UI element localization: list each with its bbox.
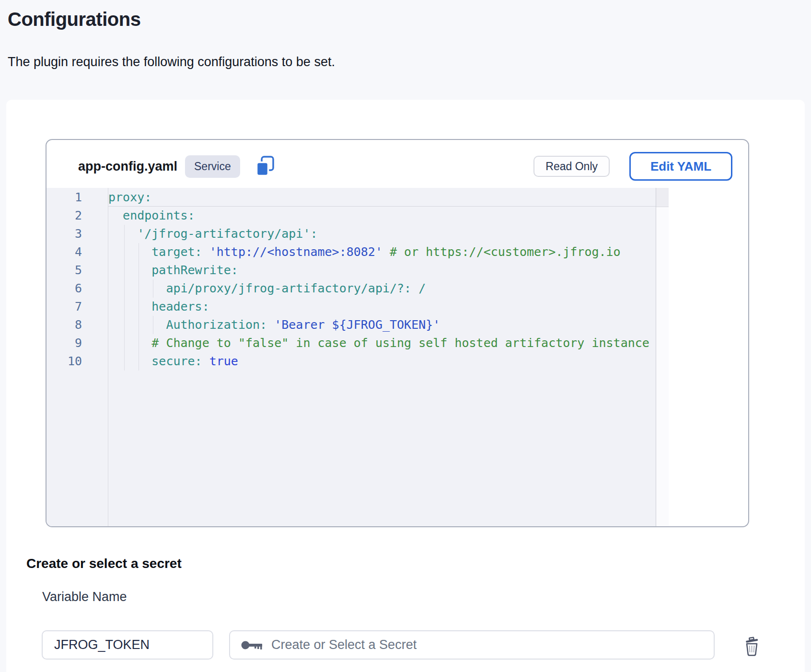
indent-guide xyxy=(153,279,153,298)
code-line-text: api/proxy/jfrog-artifactory/api/?: / xyxy=(108,279,656,298)
indent-guide xyxy=(139,334,139,352)
trash-icon xyxy=(742,636,761,657)
indent-guide xyxy=(139,261,139,279)
line-number: 6 xyxy=(46,279,108,298)
code-lines: 1proxy:2 endpoints:3 '/jfrog-artifactory… xyxy=(46,188,656,371)
file-name: app-config.yaml xyxy=(78,159,177,174)
line-number: 9 xyxy=(46,334,108,352)
code-line-text: pathRewrite: xyxy=(108,261,656,279)
secret-select-placeholder: Create or Select a Secret xyxy=(271,637,417,652)
indent-guide xyxy=(139,298,139,316)
indent-guide xyxy=(124,243,125,261)
code-line-text: proxy: xyxy=(108,188,656,207)
code-line: 5 pathRewrite: xyxy=(46,261,656,279)
service-badge: Service xyxy=(185,155,240,178)
indent-guide xyxy=(124,225,125,243)
code-line-text: target: 'http://<hostname>:8082' # or ht… xyxy=(108,243,656,261)
edit-yaml-button[interactable]: Edit YAML xyxy=(629,152,732,181)
code-line-text: headers: xyxy=(108,298,656,316)
editor-scrollbar-corner xyxy=(656,188,669,207)
secret-select-input[interactable]: Create or Select a Secret xyxy=(229,630,715,660)
line-number: 4 xyxy=(46,243,108,261)
indent-guide xyxy=(124,334,125,352)
indent-guide xyxy=(139,279,139,298)
variable-name-input[interactable] xyxy=(42,630,213,660)
line-number: 2 xyxy=(46,207,108,225)
code-line: 6 api/proxy/jfrog-artifactory/api/?: / xyxy=(46,279,656,298)
code-line: 8 Authorization: 'Bearer ${JFROG_TOKEN}' xyxy=(46,316,656,334)
code-line: 10 secure: true xyxy=(46,352,656,371)
page-title: Configurations xyxy=(8,9,140,30)
code-line: 4 target: 'http://<hostname>:8082' # or … xyxy=(46,243,656,261)
line-number: 10 xyxy=(46,352,108,371)
code-line-text: secure: true xyxy=(108,352,656,371)
line-number: 1 xyxy=(46,188,108,207)
indent-guide xyxy=(124,316,125,334)
key-icon xyxy=(241,639,264,651)
code-editor[interactable]: 1proxy:2 endpoints:3 '/jfrog-artifactory… xyxy=(46,188,669,526)
indent-guide xyxy=(124,352,125,371)
editor-card: app-config.yaml Service Read Only Edit Y… xyxy=(46,139,749,527)
line-number: 7 xyxy=(46,298,108,316)
line-number: 3 xyxy=(46,225,108,243)
copy-button[interactable] xyxy=(255,155,275,177)
delete-secret-button[interactable] xyxy=(741,635,763,657)
read-only-button[interactable]: Read Only xyxy=(533,156,610,177)
code-line: 2 endpoints: xyxy=(46,207,656,225)
indent-guide xyxy=(153,316,153,334)
code-line: 9 # Change to "false" in case of using s… xyxy=(46,334,656,352)
code-line: 1proxy: xyxy=(46,188,656,207)
code-line: 7 headers: xyxy=(46,298,656,316)
page-subtitle: The plugin requires the following config… xyxy=(8,55,335,70)
line-number: 8 xyxy=(46,316,108,334)
editor-scrollbar[interactable] xyxy=(656,188,669,526)
content-panel: app-config.yaml Service Read Only Edit Y… xyxy=(6,100,805,672)
variable-name-label: Variable Name xyxy=(42,590,127,604)
indent-guide xyxy=(124,261,125,279)
indent-guide xyxy=(124,298,125,316)
code-line-text: Authorization: 'Bearer ${JFROG_TOKEN}' xyxy=(108,316,656,334)
line-number: 5 xyxy=(46,261,108,279)
copy-icon xyxy=(255,155,275,177)
code-line-text: '/jfrog-artifactory/api': xyxy=(108,225,656,243)
indent-guide xyxy=(139,316,139,334)
code-line-text: # Change to "false" in case of using sel… xyxy=(108,334,656,352)
indent-guide xyxy=(139,243,139,261)
secret-section-heading: Create or select a secret xyxy=(26,556,182,571)
indent-guide xyxy=(124,279,125,298)
code-line-text: endpoints: xyxy=(108,207,656,225)
indent-guide xyxy=(139,352,139,371)
code-line: 3 '/jfrog-artifactory/api': xyxy=(46,225,656,243)
editor-card-header: app-config.yaml Service Read Only Edit Y… xyxy=(78,151,732,181)
